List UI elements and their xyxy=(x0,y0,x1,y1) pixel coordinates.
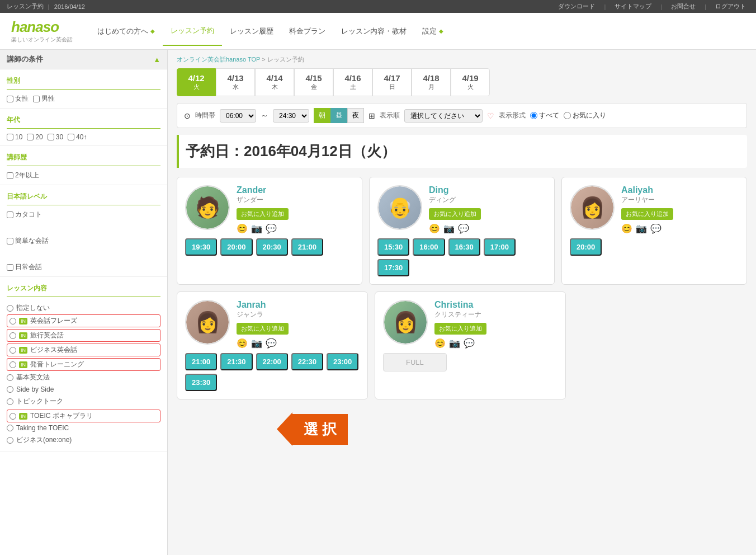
aaliyah-chat-icon: 💬 xyxy=(650,223,662,234)
content-taking-toeic[interactable]: Taking the TOEIC xyxy=(7,422,160,434)
selection-label: 選 択 xyxy=(292,414,348,445)
date-heading: 予約日：2016年04月12日（火） xyxy=(177,135,747,168)
time-separator: ～ xyxy=(261,111,268,121)
nav-item-lesson-reserve[interactable]: レッスン予約 xyxy=(163,17,222,46)
type-fav-radio[interactable] xyxy=(564,112,571,119)
inquiry-link[interactable]: お問合せ xyxy=(668,2,699,11)
ding-slot-1600[interactable]: 16:00 xyxy=(413,238,445,256)
time-label: 時間帯 xyxy=(195,111,215,120)
nav-arrow: ◆ xyxy=(150,28,155,34)
history-2years[interactable]: 2年以上 xyxy=(7,171,160,180)
janrah-slot-2330[interactable]: 23:30 xyxy=(185,374,217,391)
date-tab-7[interactable]: 4/19火 xyxy=(451,68,490,96)
logout-link[interactable]: ログアウト xyxy=(712,2,749,11)
zander-slot-2000[interactable]: 20:00 xyxy=(220,238,252,256)
christina-name-en: Christina xyxy=(434,300,557,310)
content-topic[interactable]: トピックトーク xyxy=(7,395,160,408)
grid-icon: ⊞ xyxy=(368,111,375,120)
sidebar-header: 講師の条件 ▲ xyxy=(0,50,167,69)
logo[interactable]: hanaso xyxy=(11,18,73,36)
content-area: オンライン英会話hanaso TOP > レッスン予約 4/12火 4/13水 … xyxy=(168,50,756,555)
main-layout: 講師の条件 ▲ 性別 女性 男性 年代 10 20 xyxy=(0,50,756,555)
sidebar-lesson-content: レッスン内容 指定しない IN英会話フレーズ IN旅行英会話 INビジネス英会話… xyxy=(0,277,167,451)
content-english-phrase[interactable]: IN英会話フレーズ xyxy=(7,314,160,327)
christina-fav-btn[interactable]: お気に入り追加 xyxy=(434,323,486,335)
content-business[interactable]: INビジネス英会話 xyxy=(7,344,160,356)
order-select[interactable]: 選択してください xyxy=(404,109,483,123)
nav-arrow-settings: ◆ xyxy=(439,28,443,34)
gender-male[interactable]: 男性 xyxy=(33,94,55,104)
janrah-slot-2130[interactable]: 21:30 xyxy=(220,353,252,370)
evening-btn[interactable]: 夜 xyxy=(347,108,364,123)
ding-slot-1630[interactable]: 16:30 xyxy=(448,238,480,256)
teacher-card-christina: 👩 Christina クリスティーナ お気に入り追加 😊 📷 💬 xyxy=(375,291,566,399)
zander-fav-btn[interactable]: お気に入り追加 xyxy=(237,208,289,220)
type-all-label[interactable]: すべて xyxy=(530,111,559,120)
ding-fav-btn[interactable]: お気に入り追加 xyxy=(429,208,481,220)
janrah-slot-2200[interactable]: 22:00 xyxy=(256,353,288,370)
breadcrumb-home[interactable]: オンライン英会話hanaso TOP xyxy=(177,56,260,63)
content-none[interactable]: 指定しない xyxy=(7,302,160,314)
ding-slot-1730[interactable]: 17:30 xyxy=(377,259,409,276)
janrah-slot-2230[interactable]: 22:30 xyxy=(291,353,323,370)
gender-male-checkbox[interactable] xyxy=(33,96,40,102)
zander-slot-2100[interactable]: 21:00 xyxy=(291,238,323,256)
age-10[interactable]: 10 xyxy=(7,133,22,141)
type-all-radio[interactable] xyxy=(530,112,537,119)
content-sidebyside[interactable]: Side by Side xyxy=(7,384,160,395)
janrah-slot-2100[interactable]: 21:00 xyxy=(185,353,217,370)
sitemap-link[interactable]: サイトマップ xyxy=(611,2,655,11)
date-tab-0[interactable]: 4/12火 xyxy=(177,68,216,96)
sidebar-collapse-arrow[interactable]: ▲ xyxy=(153,55,160,64)
date-tab-6[interactable]: 4/18月 xyxy=(412,68,451,96)
sidebar-japanese: 日本語レベル カタコト 簡単な会話 日常会話 xyxy=(0,185,167,277)
content-business-oneone[interactable]: ビジネス(one:one) xyxy=(7,434,160,446)
history-title: 講師歴 xyxy=(7,150,160,166)
japanese-katakoto[interactable]: カタコト xyxy=(7,210,160,219)
type-fav-label[interactable]: お気に入り xyxy=(564,111,606,120)
content-grammar[interactable]: 基本英文法 xyxy=(7,371,160,384)
ding-slot-1530[interactable]: 15:30 xyxy=(377,238,409,256)
date-tab-1[interactable]: 4/13水 xyxy=(216,68,255,96)
time-from-select[interactable]: 06:00 xyxy=(220,109,256,123)
avatar-janrah: 👩 xyxy=(185,300,230,345)
age-40[interactable]: 40↑ xyxy=(68,133,87,141)
japanese-daily[interactable]: 日常会話 xyxy=(7,262,160,272)
download-link[interactable]: ダウンロード xyxy=(555,2,598,11)
nav-item-hajimete[interactable]: はじめての方へ ◆ xyxy=(89,17,163,46)
time-to-select[interactable]: 24:30 xyxy=(273,109,309,123)
date-tab-4[interactable]: 4/16土 xyxy=(333,68,372,96)
date-tab-3[interactable]: 4/15金 xyxy=(294,68,333,96)
content-pronunciation[interactable]: IN発音トレーニング xyxy=(7,358,160,371)
aaliyah-fav-btn[interactable]: お気に入り追加 xyxy=(621,208,673,220)
nav-item-content[interactable]: レッスン内容・教材 xyxy=(333,17,414,46)
zander-name-en: Zander xyxy=(237,185,354,195)
top-date: 2016/04/12 xyxy=(54,3,85,10)
teacher-card-zander: 🧑 Zander ザンダー お気に入り追加 😊 📷 💬 xyxy=(177,177,362,285)
content-travel[interactable]: IN旅行英会話 xyxy=(7,329,160,342)
zander-slot-2030[interactable]: 20:30 xyxy=(256,238,288,256)
janrah-fav-btn[interactable]: お気に入り追加 xyxy=(237,323,289,335)
teacher-card-aaliyah: 👩 Aaliyah アーリヤー お気に入り追加 😊 📷 💬 xyxy=(561,177,747,285)
date-tab-5[interactable]: 4/17日 xyxy=(372,68,412,96)
sidebar-gender: 性別 女性 男性 xyxy=(0,69,167,109)
morning-btn[interactable]: 朝 xyxy=(314,108,330,123)
date-tab-2[interactable]: 4/14木 xyxy=(255,68,294,96)
janrah-smile-icon: 😊 xyxy=(237,338,248,349)
ding-slot-1700[interactable]: 17:00 xyxy=(484,238,516,256)
afternoon-btn[interactable]: 昼 xyxy=(330,108,347,123)
age-30[interactable]: 30 xyxy=(48,133,63,141)
japanese-simple[interactable]: 簡単な会話 xyxy=(7,236,160,246)
nav-item-plan[interactable]: 料金プラン xyxy=(281,17,333,46)
order-label: 表示順 xyxy=(380,111,400,120)
aaliyah-slot-2000[interactable]: 20:00 xyxy=(570,238,602,256)
content-toeic-vocab[interactable]: INTOEIC ボキャブラリ xyxy=(7,410,160,422)
age-20[interactable]: 20 xyxy=(27,133,42,141)
nav-item-history[interactable]: レッスン履歴 xyxy=(222,17,281,46)
gender-female-checkbox[interactable] xyxy=(7,96,13,102)
nav-item-settings[interactable]: 設定 ◆ xyxy=(414,17,451,46)
janrah-slot-2300[interactable]: 23:00 xyxy=(327,353,358,370)
zander-slot-1930[interactable]: 19:30 xyxy=(185,238,217,256)
christina-smile-icon: 😊 xyxy=(434,338,446,349)
gender-female[interactable]: 女性 xyxy=(7,94,29,104)
